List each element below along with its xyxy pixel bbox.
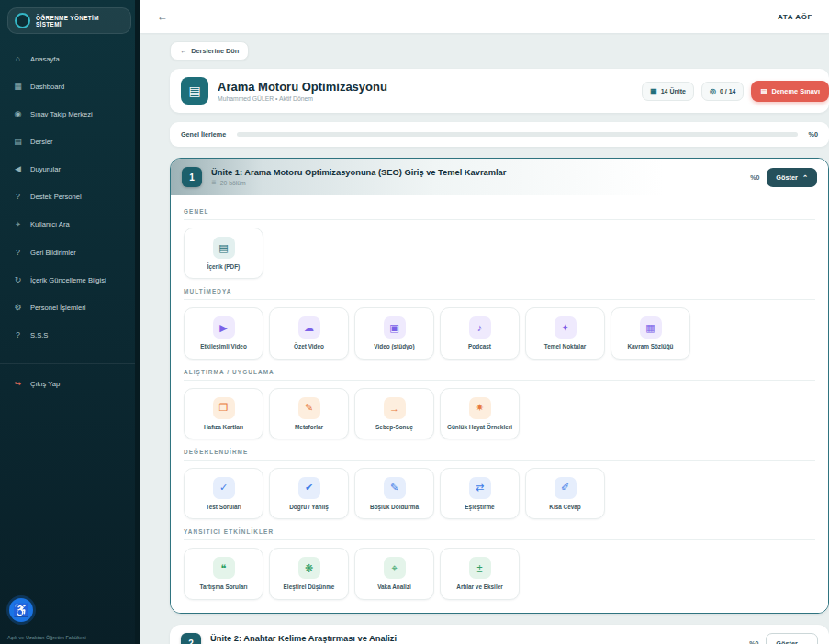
layers-icon: ≣ [211, 179, 217, 186]
sidebar-item-label: İçerik Güncelleme Bilgisi [30, 276, 106, 284]
staff-operations-icon: ⚙ [13, 303, 23, 312]
tile-daily-life-examples[interactable]: ✷Günlük Hayat Örnekleri [440, 388, 520, 439]
tile-podcast[interactable]: ♪Podcast [440, 307, 520, 359]
tile-label: Eleştirel Düşünme [284, 583, 335, 591]
unit-1-title: Ünite 1: Arama Motoru Optimizasyonuna (S… [211, 168, 506, 177]
course-subtitle: Muhammed GÜLER • Aktif Dönem [218, 95, 387, 102]
tile-label: Kavram Sözlüğü [627, 343, 673, 350]
sidebar-item-feedback[interactable]: ?Geri Bildirimler [0, 239, 140, 266]
tile-label: Kısa Cevap [549, 504, 580, 511]
tile-studio-video[interactable]: ▣Video (stüdyo) [354, 307, 434, 359]
sidebar-item-content-update[interactable]: ↻İçerik Güncelleme Bilgisi [0, 266, 140, 294]
group-multimedya: MULTİMEDYA▶Etkileşimli Video☁Özet Video▣… [184, 288, 815, 359]
tile-matching[interactable]: ⇄Eşleştirme [440, 468, 520, 519]
practice-exam-button[interactable]: ▤ Deneme Sınavı [751, 81, 829, 102]
progress-count-badge: ◎ 0 / 14 [701, 82, 745, 101]
sidebar-item-label: Dashboard [30, 83, 64, 91]
logo-icon [15, 13, 30, 28]
podcast-icon: ♪ [469, 316, 491, 339]
tile-discussion-questions[interactable]: ❝Tartışma Soruları [184, 548, 263, 599]
tile-label: Artılar ve Eksiler [456, 583, 502, 591]
overall-progress-value: %0 [809, 130, 818, 139]
sidebar-item-announcements[interactable]: ◀Duyurular [0, 155, 140, 183]
group-yansitici: YANSITICI ETKİNLİKLER❝Tartışma Soruları❋… [184, 528, 815, 599]
sidebar-item-logout[interactable]: ↪ Çıkış Yap [0, 370, 140, 397]
discussion-questions-icon: ❝ [213, 557, 235, 579]
content-pdf-icon: ▤ [213, 237, 235, 259]
unit-1-number-badge: 1 [182, 167, 202, 187]
unit-1-toggle-button[interactable]: Göster ⌃ [767, 168, 817, 187]
studio-video-icon: ▣ [384, 316, 406, 339]
tile-interactive-video[interactable]: ▶Etkileşimli Video [184, 307, 263, 359]
unit-card-1: 1 Ünite 1: Arama Motoru Optimizasyonuna … [170, 158, 829, 614]
unit-2-header[interactable]: 2 Ünite 2: Anahtar Kelime Araştırması ve… [170, 625, 829, 644]
group-genel: GENEL▤İçerik (PDF) [184, 208, 815, 279]
tile-cause-effect[interactable]: →Sebep-Sonuç [354, 388, 434, 439]
announcements-icon: ◀ [13, 164, 23, 173]
tile-label: Video (stüdyo) [374, 343, 414, 350]
sidebar-item-label: Dersler [30, 138, 52, 146]
unit-2-toggle-button[interactable]: Göster ⌄ [766, 633, 818, 644]
sidebar-item-dashboard[interactable]: ▦Dashboard [0, 72, 140, 100]
tile-short-answer[interactable]: ✐Kısa Cevap [525, 468, 605, 519]
tile-case-analysis[interactable]: ⌖Vaka Analizi [354, 548, 434, 599]
tile-test-questions[interactable]: ✓Test Soruları [184, 468, 263, 519]
unit-2-title: Ünite 2: Anahtar Kelime Araştırması ve A… [210, 634, 397, 643]
app-logo[interactable]: ÖĞRENME YÖNETİM SİSTEMİ [7, 7, 131, 34]
matching-icon: ⇄ [469, 477, 491, 499]
group-title-yansitici: YANSITICI ETKİNLİKLER [184, 528, 815, 540]
sidebar-item-label: Personel İşlemleri [30, 304, 85, 312]
accessibility-button[interactable]: ♿ [9, 598, 33, 622]
unit-2-number-badge: 2 [181, 633, 201, 644]
sidebar-item-user-search[interactable]: ⌖Kullanıcı Ara [0, 210, 140, 239]
daily-life-examples-icon: ✷ [469, 397, 491, 419]
sidebar-item-exam-tracking[interactable]: ◉Sınav Takip Merkezi [0, 100, 140, 128]
back-to-courses-button[interactable]: ← Derslerine Dön [170, 41, 249, 61]
tile-fill-in-the-blank[interactable]: ✎Boşluk Doldurma [354, 468, 434, 519]
tile-label: Eşleştirme [465, 504, 494, 511]
courses-icon: ▤ [13, 137, 23, 146]
unit-1-header[interactable]: 1 Ünite 1: Arama Motoru Optimizasyonuna … [171, 159, 828, 195]
pros-cons-icon: ± [469, 557, 491, 579]
unit-1-percent: %0 [750, 174, 759, 181]
cause-effect-icon: → [384, 397, 406, 419]
sidebar-item-staff-operations[interactable]: ⚙Personel İşlemleri [0, 294, 140, 321]
sidebar-item-courses[interactable]: ▤Dersler [0, 128, 140, 155]
user-search-icon: ⌖ [13, 219, 23, 229]
fill-in-the-blank-icon: ✎ [384, 477, 406, 499]
sidebar-item-faq[interactable]: ?S.S.S [0, 321, 140, 349]
sidebar-item-support[interactable]: ?Destek Personel [0, 183, 140, 210]
unit-card-2: 2 Ünite 2: Anahtar Kelime Araştırması ve… [170, 625, 829, 644]
practice-exam-label: Deneme Sınavı [771, 87, 820, 95]
tile-label: Test Soruları [206, 504, 241, 511]
tile-content-pdf[interactable]: ▤İçerik (PDF) [184, 228, 263, 279]
sidebar-item-label: Kullanıcı Ara [30, 220, 70, 228]
unit-count-badge: ▦ 14 Ünite [642, 82, 694, 101]
tile-critical-thinking[interactable]: ❋Eleştirel Düşünme [269, 548, 349, 599]
short-answer-icon: ✐ [555, 477, 577, 499]
group-title-multimedya: MULTİMEDYA [184, 288, 815, 300]
case-analysis-icon: ⌖ [384, 557, 406, 579]
feedback-icon: ? [13, 248, 23, 257]
target-icon: ◎ [710, 87, 716, 95]
tile-true-false[interactable]: ✔Doğru / Yanlış [269, 468, 349, 519]
tile-flashcards[interactable]: ❐Hafıza Kartları [184, 388, 263, 439]
power-icon: ↪ [13, 379, 23, 388]
course-title: Arama Motoru Optimizasyonu [218, 80, 387, 94]
faq-icon: ? [13, 330, 23, 339]
tile-label: Günlük Hayat Örnekleri [447, 424, 512, 431]
topbar-back-icon[interactable]: ← [157, 10, 168, 23]
tile-label: Temel Noktalar [544, 343, 586, 350]
tile-summary-video[interactable]: ☁Özet Video [269, 307, 349, 359]
tile-concept-glossary[interactable]: ▦Kavram Sözlüğü [611, 307, 690, 359]
group-title-alistirma: ALIŞTIRMA / UYGULAMA [184, 369, 815, 381]
tile-label: Doğru / Yanlış [289, 504, 329, 511]
topbar: ← ATA AÖF [140, 0, 829, 33]
sidebar-item-home[interactable]: ⌂Anasayfa [0, 45, 140, 72]
unit-2-toggle-label: Göster [776, 639, 798, 644]
tile-key-points[interactable]: ✦Temel Noktalar [525, 307, 605, 359]
tile-pros-cons[interactable]: ±Artılar ve Eksiler [440, 548, 520, 599]
content-update-icon: ↻ [13, 275, 23, 284]
summary-video-icon: ☁ [298, 316, 320, 339]
tile-metaphors[interactable]: ✎Metaforlar [269, 388, 349, 439]
